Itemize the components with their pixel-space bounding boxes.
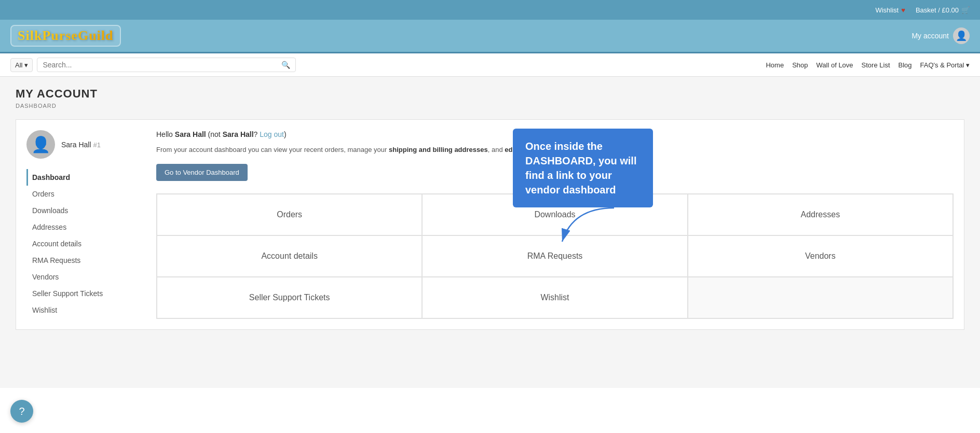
greeting-name: Sara Hall [175,130,206,138]
search-input[interactable] [43,61,281,69]
basket-icon: 🛒 [961,6,970,14]
logout-link[interactable]: Log out [260,130,284,138]
sidebar-nav: Dashboard Orders Downloads Addresses Acc… [26,169,141,318]
wishlist-link[interactable]: Wishlist ♥ [875,6,905,14]
nav-wall-of-love[interactable]: Wall of Love [816,61,853,69]
breadcrumb: DASHBOARD [16,103,964,109]
tooltip-arrow [557,205,619,247]
nav-shop[interactable]: Shop [792,61,808,69]
sidebar-item-account-details[interactable]: Account details [26,235,141,252]
vendor-btn-label: Go to Vendor Dashboard [165,169,239,176]
grid-item-empty [688,277,953,318]
page-title: MY ACCOUNT [16,87,964,101]
user-name-display: Sara Hall #1 [61,141,101,149]
user-avatar: 👤 [26,130,55,159]
top-bar: Wishlist ♥ Basket / £0.00 🛒 [0,0,980,20]
account-grid: Orders Downloads Addresses Account detai… [156,193,954,319]
user-number: #1 [93,141,100,149]
logo-container[interactable]: SilkPurseGuild [10,25,121,47]
grid-item-wishlist[interactable]: Wishlist [422,277,687,318]
my-account-header[interactable]: My account 👤 [911,27,970,44]
chevron-down-icon: ▾ [24,61,28,69]
search-input-wrap: 🔍 [37,58,296,72]
search-bar: All ▾ 🔍 Home Shop Wall of Love Store Lis… [0,53,980,77]
sidebar-item-orders[interactable]: Orders [26,186,141,202]
search-icon[interactable]: 🔍 [281,61,290,69]
grid-item-account-details[interactable]: Account details [157,235,422,277]
grid-item-addresses[interactable]: Addresses [688,194,953,235]
nav-faqs-portal[interactable]: FAQ's & Portal ▾ [920,61,970,69]
tooltip-text: Once inside the DASHBOARD, you will find… [525,141,636,195]
desc-addresses: shipping and billing addresses [389,146,488,153]
category-dropdown[interactable]: All ▾ [10,58,33,72]
header: SilkPurseGuild My account 👤 [0,20,980,53]
sidebar-item-dashboard[interactable]: Dashboard [26,169,141,186]
content-wrapper: 👤 Sara Hall #1 Dashboard Orders Download… [16,119,964,330]
heart-icon: ♥ [901,6,905,14]
sidebar-item-rma-requests[interactable]: RMA Requests [26,252,141,269]
sidebar: 👤 Sara Hall #1 Dashboard Orders Download… [26,130,141,319]
basket-link[interactable]: Basket / £0.00 🛒 [916,6,970,14]
my-account-label: My account [911,32,949,40]
search-section: All ▾ 🔍 [10,58,296,72]
tooltip-box: Once inside the DASHBOARD, you will find… [513,129,653,207]
logo: SilkPurseGuild [18,28,114,43]
basket-label: Basket / £0.00 [916,6,959,14]
nav-home[interactable]: Home [766,61,784,69]
sidebar-item-wishlist[interactable]: Wishlist [26,302,141,318]
grid-item-seller-support-tickets[interactable]: Seller Support Tickets [157,277,422,318]
all-label: All [15,61,22,69]
wishlist-label: Wishlist [875,6,899,14]
user-name: Sara Hall [61,141,91,149]
nav-blog[interactable]: Blog [899,61,912,69]
sidebar-item-seller-support-tickets[interactable]: Seller Support Tickets [26,285,141,302]
sidebar-item-vendors[interactable]: Vendors [26,269,141,285]
vendor-dashboard-button[interactable]: Go to Vendor Dashboard [156,164,248,181]
nav-store-list[interactable]: Store List [862,61,890,69]
greeting-not-name: Sara Hall [223,130,254,138]
user-info: 👤 Sara Hall #1 [26,130,141,159]
sidebar-item-addresses[interactable]: Addresses [26,219,141,235]
avatar: 👤 [953,27,970,44]
grid-item-orders[interactable]: Orders [157,194,422,235]
grid-item-vendors[interactable]: Vendors [688,235,953,277]
sidebar-item-downloads[interactable]: Downloads [26,202,141,219]
main-nav: Home Shop Wall of Love Store List Blog F… [766,61,970,69]
grid-item-rma-requests[interactable]: RMA Requests [422,235,687,277]
page-content: MY ACCOUNT DASHBOARD Once inside the DAS… [0,77,980,388]
